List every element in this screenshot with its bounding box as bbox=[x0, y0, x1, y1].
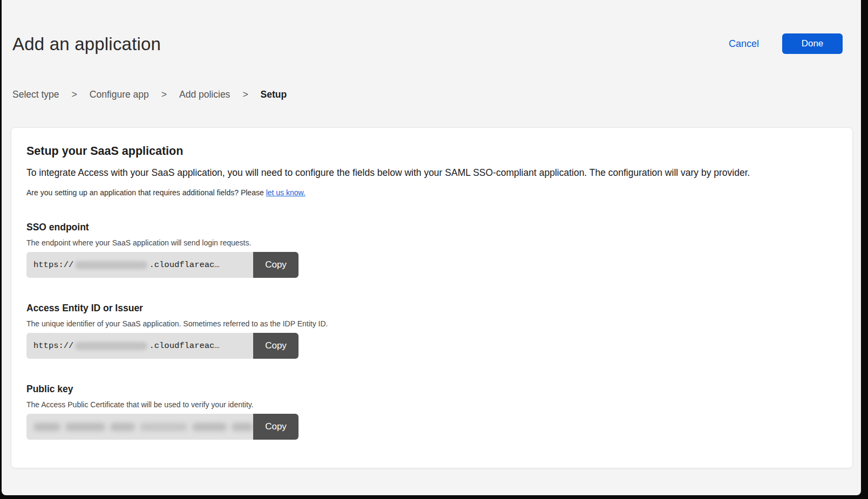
value-prefix: https:// bbox=[33, 260, 73, 270]
redacted-value bbox=[192, 423, 227, 431]
app-window: Add an application Cancel Done Select ty… bbox=[2, 0, 861, 495]
value-suffix: .cloudflareac… bbox=[149, 341, 219, 351]
breadcrumb-separator: > bbox=[72, 89, 77, 100]
value-suffix: .cloudflareac… bbox=[149, 260, 219, 270]
cancel-button[interactable]: Cancel bbox=[729, 38, 759, 50]
sso-endpoint-copy-button[interactable]: Copy bbox=[253, 252, 299, 278]
value-prefix: https:// bbox=[33, 341, 73, 351]
page-header: Add an application Cancel Done bbox=[2, 0, 861, 55]
access-entity-id-value: https://.cloudflareac… bbox=[26, 333, 253, 359]
redacted-value bbox=[75, 261, 147, 269]
public-key-label: Public key bbox=[26, 384, 837, 395]
note-prefix: Are you setting up an application that r… bbox=[26, 188, 266, 197]
setup-card: Setup your SaaS application To integrate… bbox=[11, 127, 853, 468]
note-text: Are you setting up an application that r… bbox=[26, 188, 837, 197]
sso-endpoint-description: The endpoint where your SaaS application… bbox=[26, 238, 837, 247]
sso-endpoint-label: SSO endpoint bbox=[26, 222, 837, 233]
card-heading: Setup your SaaS application bbox=[26, 144, 837, 158]
breadcrumb-step-configure-app[interactable]: Configure app bbox=[90, 89, 149, 100]
field-group-sso-endpoint: SSO endpoint The endpoint where your Saa… bbox=[26, 222, 837, 278]
public-key-copy-button[interactable]: Copy bbox=[253, 414, 299, 440]
public-key-description: The Access Public Certificate that will … bbox=[26, 400, 837, 409]
breadcrumb-separator: > bbox=[242, 89, 248, 100]
access-entity-id-copy-button[interactable]: Copy bbox=[253, 333, 299, 359]
access-entity-id-label: Access Entity ID or Issuer bbox=[26, 303, 837, 314]
redacted-value bbox=[33, 423, 60, 431]
access-entity-id-description: The unique identifier of your SaaS appli… bbox=[26, 319, 837, 328]
sso-endpoint-value: https://.cloudflareac… bbox=[26, 252, 253, 278]
redacted-value bbox=[232, 423, 253, 431]
access-entity-id-row: https://.cloudflareac… Copy bbox=[26, 333, 299, 359]
breadcrumb: Select type > Configure app > Add polici… bbox=[12, 89, 861, 100]
intro-text: To integrate Access with your SaaS appli… bbox=[26, 167, 837, 179]
public-key-row: Copy bbox=[26, 414, 299, 440]
breadcrumb-step-select-type[interactable]: Select type bbox=[12, 89, 59, 100]
let-us-know-link[interactable]: let us know. bbox=[266, 188, 306, 197]
breadcrumb-separator: > bbox=[161, 89, 167, 100]
redacted-value bbox=[140, 423, 187, 431]
breadcrumb-step-setup: Setup bbox=[261, 89, 287, 100]
redacted-value bbox=[65, 423, 105, 431]
public-key-value bbox=[26, 414, 253, 440]
header-actions: Cancel Done bbox=[729, 33, 843, 54]
redacted-value bbox=[75, 342, 147, 350]
done-button[interactable]: Done bbox=[782, 33, 843, 54]
sso-endpoint-row: https://.cloudflareac… Copy bbox=[26, 252, 299, 278]
redacted-value bbox=[110, 423, 135, 431]
breadcrumb-step-add-policies[interactable]: Add policies bbox=[179, 89, 230, 100]
field-group-access-entity-id: Access Entity ID or Issuer The unique id… bbox=[26, 303, 837, 359]
field-group-public-key: Public key The Access Public Certificate… bbox=[26, 384, 837, 440]
